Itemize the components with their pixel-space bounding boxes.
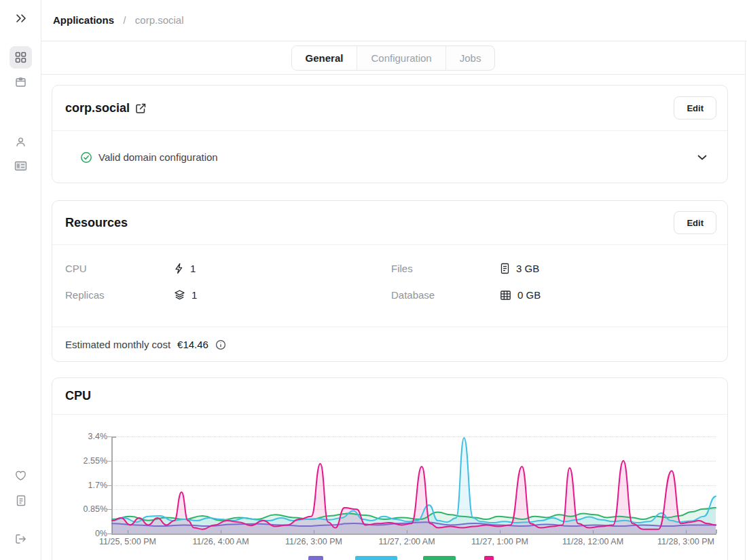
heart-icon [15, 470, 26, 481]
resources-card-header: Resources Edit [52, 201, 727, 245]
check-circle-icon [80, 151, 92, 164]
tab-configuration[interactable]: Configuration [357, 46, 445, 70]
sidebar-item-billing[interactable] [10, 155, 32, 177]
resources-card-title: Resources [65, 216, 128, 230]
x-axis-label: 11/27, 2:00 AM [359, 537, 454, 546]
x-axis-line [111, 534, 716, 535]
apps-grid-icon [15, 52, 26, 63]
breadcrumb-separator: / [123, 15, 126, 26]
document-icon [16, 495, 26, 506]
cpu-chart: 0%0.85%1.7%2.55%3.4%11/25, 5:00 PM11/26,… [52, 378, 727, 560]
cost-value: €14.46 [177, 339, 208, 350]
legend-item-1[interactable] [355, 556, 397, 560]
domain-name-text: corp.social [65, 101, 130, 115]
cpu-chart-plot [112, 436, 716, 534]
domain-status-text: Valid domain configuration [98, 151, 218, 163]
legend-item-0[interactable] [308, 556, 323, 560]
sidebar-item-favorites[interactable] [10, 464, 32, 487]
tab-jobs[interactable]: Jobs [445, 46, 495, 70]
x-axis-label: 11/26, 4:00 AM [173, 537, 268, 546]
y-axis-label: 3.4% [65, 431, 107, 442]
sidebar-expand-button[interactable] [10, 9, 31, 30]
replicas-label: Replicas [65, 289, 174, 301]
cpu-value: 1 [174, 263, 391, 274]
x-axis-endcap [716, 529, 717, 534]
x-axis-label: 11/26, 3:00 PM [266, 537, 361, 546]
x-axis-label: 11/28, 12:00 AM [545, 537, 640, 546]
bolt-icon [174, 263, 184, 274]
legend-item-2[interactable] [423, 556, 456, 560]
info-icon[interactable] [215, 339, 226, 350]
files-label: Files [391, 263, 500, 274]
sidebar-item-applications[interactable] [10, 46, 32, 69]
x-axis-label: 11/27, 1:00 PM [452, 537, 547, 546]
resources-grid: CPU 1 Files 3 GB Replicas 1 D [52, 245, 727, 301]
domain-card: corp.social Edit Valid domain configurat… [52, 85, 728, 183]
double-chevron-right-icon [16, 13, 26, 26]
logout-icon [15, 534, 26, 544]
table-icon [500, 290, 511, 301]
y-axis-label: 1.7% [65, 480, 107, 491]
database-value: 0 GB [500, 289, 727, 301]
cost-row: Estimated monthly cost €14.46 [52, 326, 727, 362]
x-axis-label: 11/28, 3:00 PM [638, 537, 733, 546]
resources-edit-button[interactable]: Edit [674, 211, 716, 234]
cost-label: Estimated monthly cost [65, 339, 170, 350]
domain-status-row[interactable]: Valid domain configuration [52, 131, 727, 183]
sidebar-item-logout[interactable] [10, 527, 32, 550]
breadcrumb-current: corp.social [135, 14, 184, 26]
content-right-divider [745, 41, 746, 560]
replicas-value: 1 [174, 289, 391, 301]
archive-box-icon [15, 77, 26, 88]
y-axis-label: 0.85% [65, 504, 107, 515]
layers-icon [174, 289, 185, 301]
domain-card-title: corp.social [65, 101, 147, 115]
sidebar [0, 0, 41, 560]
sidebar-item-account[interactable] [10, 131, 32, 153]
user-icon [15, 136, 26, 148]
domain-card-header: corp.social Edit [52, 86, 727, 131]
domain-edit-button[interactable]: Edit [674, 96, 716, 119]
legend-item-3[interactable] [484, 556, 494, 560]
tab-general[interactable]: General [292, 46, 357, 70]
chevron-down-icon[interactable] [697, 155, 707, 160]
database-label: Database [391, 289, 500, 301]
top-header: Applications / corp.social [41, 0, 747, 41]
y-axis-label: 2.55% [65, 455, 107, 466]
breadcrumb: Applications / corp.social [53, 14, 184, 26]
x-axis-label: 11/25, 5:00 PM [80, 537, 175, 546]
breadcrumb-applications-link[interactable]: Applications [53, 14, 114, 26]
tab-bar: General Configuration Jobs [41, 41, 745, 75]
app-root: Applications / corp.social General Confi… [0, 0, 747, 560]
external-link-icon[interactable] [135, 102, 147, 114]
resources-card: Resources Edit CPU 1 Files 3 GB Replicas [52, 200, 728, 362]
file-icon [500, 263, 510, 274]
cpu-chart-card: CPU 0%0.85%1.7%2.55%3.4%11/25, 5:00 PM11… [52, 377, 728, 560]
id-card-icon [14, 161, 27, 171]
sidebar-item-docs[interactable] [10, 489, 32, 512]
tab-group: General Configuration Jobs [291, 45, 496, 71]
sidebar-item-archive[interactable] [10, 71, 32, 94]
files-value: 3 GB [500, 263, 727, 274]
cpu-label: CPU [65, 263, 174, 274]
